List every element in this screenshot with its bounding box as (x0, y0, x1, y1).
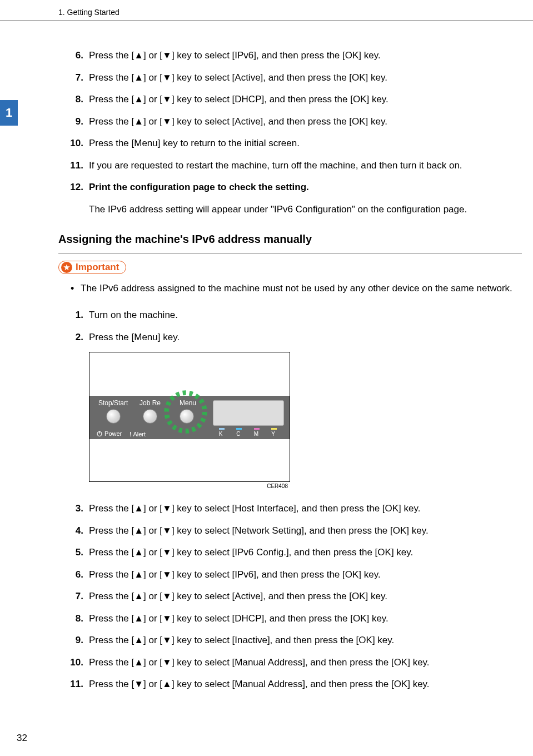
chapter-tab: 1 (0, 100, 18, 126)
figure-caption: CER408 (89, 482, 289, 489)
step-text: Turn on the machine. (89, 308, 522, 322)
job-reset-label: Job Re (140, 399, 161, 407)
step-item: 7. Press the [▲] or [▼] key to select [A… (58, 589, 522, 604)
step-number: 10. (58, 136, 89, 151)
power-text: Power (104, 430, 122, 437)
star-icon (61, 262, 72, 273)
step-item: 9. Press the [▲] or [▼] key to select [I… (58, 633, 522, 648)
highlight-ring-icon (162, 388, 210, 436)
step-number: 4. (58, 524, 89, 538)
step-text: Press the [▲] or [▼] key to select [DHCP… (89, 92, 522, 107)
running-header: 1. Getting Started (0, 0, 533, 21)
toner-indicators: K C M Y (213, 428, 283, 437)
step-text: Press the [▲] or [▼] key to select [Acti… (89, 71, 522, 85)
step-text: Press the [▲] or [▼] key to select [Acti… (89, 589, 522, 604)
step-number: 8. (58, 92, 89, 107)
power-icon (96, 430, 103, 438)
page-number: 32 (17, 733, 27, 744)
svg-marker-0 (63, 264, 70, 270)
important-bullet: The IPv6 address assigned to the machine… (81, 281, 522, 296)
step-item: 3. Press the [▲] or [▼] key to select [H… (58, 501, 522, 516)
step-number: 10. (58, 655, 89, 670)
lcd-screen (213, 400, 284, 426)
step-number: 12. (58, 180, 89, 195)
steps-list-a: 6. Press the [▲] or [▼] key to select [I… (58, 48, 522, 216)
step-item: 9. Press the [▲] or [▼] key to select [A… (58, 115, 522, 129)
step-item: 4. Press the [▲] or [▼] key to select [N… (58, 524, 522, 538)
alert-label: ! Alert (129, 431, 146, 437)
stop-start-button-icon (106, 409, 121, 424)
svg-point-3 (167, 393, 205, 431)
step-item: 8. Press the [▲] or [▼] key to select [D… (58, 92, 522, 107)
content: 6. Press the [▲] or [▼] key to select [I… (0, 21, 533, 692)
important-bullet-list: The IPv6 address assigned to the machine… (58, 281, 522, 296)
step-number: 3. (58, 501, 89, 516)
step-number: 8. (58, 611, 89, 626)
step-item: 12. Print the configuration page to chec… (58, 180, 522, 216)
toner-k-label: K (219, 428, 225, 437)
section-title: Assigning the machine's IPv6 address man… (58, 233, 522, 246)
bottom-labels: Power ! Alert (96, 430, 146, 438)
step-number: 9. (58, 115, 89, 129)
step-text: Press the [▲] or [▼] key to select [Netw… (89, 524, 522, 538)
power-label: Power (96, 430, 122, 438)
step-number: 11. (58, 158, 89, 173)
step-number: 11. (58, 677, 89, 692)
step-text: Print the configuration page to check th… (89, 182, 309, 192)
step-note: The IPv6 address setting will appear und… (89, 202, 522, 217)
step-item: 6. Press the [▲] or [▼] key to select [I… (58, 568, 522, 582)
section-rule (58, 253, 522, 254)
step-number: 5. (58, 545, 89, 560)
step-text: Press the [▲] or [▼] key to select [Host… (89, 501, 522, 516)
step-item: 11. Press the [▼] or [▲] key to select [… (58, 677, 522, 692)
step-text: Press the [▲] or [▼] key to select [DHCP… (89, 611, 522, 626)
step-number: 6. (58, 48, 89, 63)
step-number: 9. (58, 633, 89, 648)
step-item: 5. Press the [▲] or [▼] key to select [I… (58, 545, 522, 560)
step-item: 2. Press the [Menu] key. (58, 330, 522, 345)
step-text: Press the [▲] or [▼] key to select [Inac… (89, 633, 522, 648)
step-item: 7. Press the [▲] or [▼] key to select [A… (58, 71, 522, 85)
step-number: 2. (58, 330, 89, 345)
step-item: 1. Turn on the machine. (58, 308, 522, 322)
step-text: Press the [Menu] key to return to the in… (89, 136, 522, 151)
step-number: 1. (58, 308, 89, 322)
steps-list-b-pre: 1. Turn on the machine. 2. Press the [Me… (58, 308, 522, 344)
stop-start-label: Stop/Start (98, 399, 128, 407)
figure-wrap: Stop/Start Job Re Menu K C M Y (89, 352, 289, 489)
step-text: If you are requested to restart the mach… (89, 158, 522, 173)
step-number: 7. (58, 71, 89, 85)
toner-y-label: Y (271, 428, 277, 437)
step-text: Press the [▲] or [▼] key to select [Acti… (89, 115, 522, 129)
step-item: 8. Press the [▲] or [▼] key to select [D… (58, 611, 522, 626)
step-text: Press the [▲] or [▼] key to select [IPv6… (89, 545, 522, 560)
step-text: Press the [▲] or [▼] key to select [Manu… (89, 655, 522, 670)
step-item: 11. If you are requested to restart the … (58, 158, 522, 173)
important-badge: Important (58, 261, 126, 274)
step-item: 10. Press the [Menu] key to return to th… (58, 136, 522, 151)
step-body: Print the configuration page to check th… (89, 180, 522, 216)
step-text: Press the [▼] or [▲] key to select [Manu… (89, 677, 522, 692)
step-number: 6. (58, 568, 89, 582)
important-label: Important (76, 262, 119, 273)
job-reset-button-icon (143, 409, 157, 424)
step-text: Press the [▲] or [▼] key to select [IPv6… (89, 568, 522, 582)
step-text: Press the [▲] or [▼] key to select [IPv6… (89, 48, 522, 63)
step-number: 7. (58, 589, 89, 604)
step-item: 6. Press the [▲] or [▼] key to select [I… (58, 48, 522, 63)
step-text: Press the [Menu] key. (89, 330, 522, 345)
alert-icon: ! (129, 431, 132, 437)
toner-c-label: C (236, 428, 242, 437)
alert-text: Alert (133, 431, 146, 437)
step-item: 10. Press the [▲] or [▼] key to select [… (58, 655, 522, 670)
toner-m-label: M (254, 428, 260, 437)
page: 1. Getting Started 1 6. Press the [▲] or… (0, 0, 533, 756)
control-panel-figure: Stop/Start Job Re Menu K C M Y (89, 352, 290, 482)
steps-list-b-post: 3. Press the [▲] or [▼] key to select [H… (58, 501, 522, 692)
